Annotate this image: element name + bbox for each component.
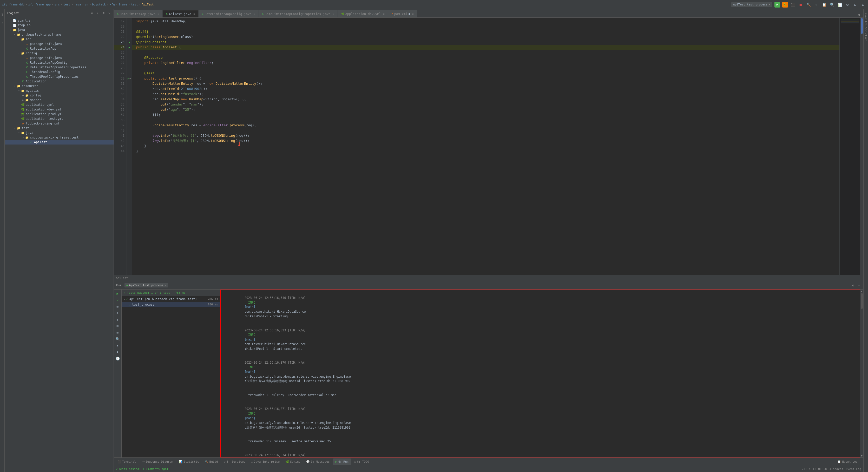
tree-item-package-info[interactable]: ☕ package-info.java <box>5 41 114 46</box>
tree-item-test-java[interactable]: ▾ 📁 java <box>5 130 114 135</box>
tree-item-application-prod-yml[interactable]: 🌿 application-prod.yml <box>5 112 114 117</box>
encoding-status[interactable]: LF UTF-8 <box>813 467 827 471</box>
editor-settings-icon[interactable]: ⊟ <box>857 13 861 18</box>
tree-item-ratelimiteraop[interactable]: C RateLimiterAop <box>5 46 114 51</box>
test-suite-item[interactable]: ▾ ✓ ApiTest (cn.bugstack.xfg.frame.test)… <box>122 296 220 302</box>
right-tab-2[interactable]: Structure <box>864 27 867 41</box>
console-output[interactable]: 2023-06-24 12:56:16,546 [TID: N/A] INFO … <box>220 289 860 458</box>
tree-item-application-yml[interactable]: 🌿 application.yml <box>5 102 114 107</box>
more-button-5[interactable]: ⚙ <box>845 2 850 7</box>
btab-todo[interactable]: ☑ 6: TODO <box>352 459 372 465</box>
chevron-down-icon[interactable]: ▾ <box>769 3 770 6</box>
tree-item-application[interactable]: C Application <box>5 79 114 84</box>
tree-item-mapper[interactable]: ▶ 📁 mapper <box>5 98 114 102</box>
window-button[interactable]: ⊡ <box>860 2 866 7</box>
more-button-1[interactable]: ⚡ <box>813 2 819 7</box>
btab-java-enterprise[interactable]: ☕ Java Enterprise <box>248 459 282 465</box>
tree-gear-icon[interactable]: ⚙ <box>90 11 94 15</box>
tree-item-application-dev-yml[interactable]: 🌿 application-dev.yml <box>5 107 114 112</box>
tree-item-config[interactable]: ▾ 📁 config <box>5 51 114 56</box>
tree-item-startsh[interactable]: 📄 start.sh <box>5 18 114 23</box>
tree-sort-icon[interactable]: ↕ <box>95 11 100 15</box>
check-icon[interactable]: ✓ <box>115 297 121 303</box>
run-tab[interactable]: ▶ ApiTest.test_process ✕ <box>124 283 168 287</box>
tree-item-threadpool-props[interactable]: C ThreadPoolConfigProperties <box>5 74 114 79</box>
tree-item-mybatis-config[interactable]: ▶ 📁 config <box>5 93 114 98</box>
run-tab-close[interactable]: ✕ <box>164 284 166 287</box>
tree-item-resources[interactable]: ▾ 📁 resources <box>5 84 114 88</box>
btab-messages[interactable]: 💬 0: Messages <box>304 459 332 465</box>
more-button-2[interactable]: 📋 <box>821 2 827 7</box>
btab-event-log[interactable]: 📋 Event Log <box>835 459 860 465</box>
line-col-status[interactable]: 24:14 <box>802 467 810 471</box>
tree-item-ratelimiteraopconfig[interactable]: C RateLimiterAopConfig <box>5 60 114 65</box>
tree-item-mybatis[interactable]: ▾ 📁 mybatis <box>5 88 114 93</box>
scroll-track[interactable] <box>860 293 863 454</box>
left-tab-project[interactable]: 1 <box>1 11 4 18</box>
expand-button[interactable]: ⊞ <box>115 323 121 329</box>
scroll-thumb[interactable] <box>861 293 863 309</box>
tab-application-dev[interactable]: 🌿 application-dev.yml ✕ <box>338 10 388 18</box>
console-scrollbar[interactable]: ▲ ▼ <box>860 289 863 458</box>
code-editor[interactable]: import java.util.HashMap; @Slf4j @RunWit… <box>132 18 839 275</box>
tree-close-icon[interactable]: ✕ <box>107 11 112 15</box>
tree-item-logback[interactable]: ⚙ logback-spring.xml <box>5 121 114 126</box>
breadcrumb-project[interactable]: xfg-frame-ddd <box>2 3 24 6</box>
tree-item-application-test-yml[interactable]: 🌿 application-test.yml <box>5 117 114 121</box>
tree-item-aop[interactable]: ▾ 📁 aop <box>5 37 114 41</box>
test-suite-arrow[interactable]: ▾ <box>124 297 125 301</box>
import-button[interactable]: ⬇ <box>115 349 121 355</box>
breadcrumb-module[interactable]: xfg-frame-app <box>28 3 51 6</box>
tab-close-icon[interactable]: ✕ <box>254 12 255 15</box>
sort-button[interactable]: ↕ <box>115 310 121 316</box>
tree-item-test[interactable]: ▾ 📁 test <box>5 126 114 130</box>
btab-services[interactable]: ⚙ 8: Services <box>221 459 248 465</box>
indent-status[interactable]: 4 spaces <box>829 467 843 471</box>
filter-button[interactable]: ⊟ <box>115 304 121 309</box>
export-button[interactable]: ⬆ <box>115 343 121 348</box>
tab-close-icon[interactable]: ✕ <box>193 12 195 15</box>
tab-close-icon[interactable]: ✕ <box>412 12 414 15</box>
tab-pom[interactable]: X pom.xml ✕ <box>388 10 417 18</box>
test-method-item[interactable]: ✓ test_process 786 ms <box>122 302 220 307</box>
tree-settings-icon[interactable]: ≡ <box>101 11 106 15</box>
scroll-down-icon[interactable]: ▼ <box>860 454 863 458</box>
more-button-3[interactable]: 🔍 <box>829 2 835 7</box>
event-log-status[interactable]: Event Log <box>846 467 861 471</box>
run-minimize-icon[interactable]: ─ <box>857 283 861 288</box>
btab-run[interactable]: ▶ 4: Run <box>333 459 351 465</box>
run-settings-icon[interactable]: ⚙ <box>851 283 856 288</box>
tests-passed-status[interactable]: ✓ Tests passed: 1 (moments ago) <box>116 467 168 471</box>
build-button[interactable]: 🔨 <box>806 2 811 7</box>
run-marker-23[interactable]: ▶ <box>129 41 130 44</box>
tab-ratelimiteraopconfig-props[interactable]: C RateLimiterAopConfigProperties.java ✕ <box>259 10 338 18</box>
stop-button[interactable]: ■ <box>798 2 804 7</box>
debug-button[interactable]: 🐛 <box>782 2 788 7</box>
btab-terminal[interactable]: ⬛ Terminal <box>115 459 138 465</box>
tree-item-threadpool[interactable]: C ThreadPoolConfig <box>5 70 114 74</box>
settings-button[interactable]: ⊟ <box>852 2 858 7</box>
tree-item-config-package-info[interactable]: ☕ package-info.java <box>5 56 114 60</box>
tree-item-test-package[interactable]: ▾ 📁 cn.bugstack.xfg.frame.test <box>5 135 114 140</box>
search-test-button[interactable]: 🔍 <box>115 336 121 342</box>
tree-item-ratelimiteraopconfig-props[interactable]: C RateLimiterAopConfigProperties <box>5 65 114 70</box>
right-tab-1[interactable]: Favorites <box>864 11 867 26</box>
run-config[interactable]: ApiTest.test_process ▾ <box>731 2 772 7</box>
btab-build[interactable]: 🔨 Build <box>202 459 221 465</box>
coverage-button[interactable]: ⬛ <box>790 2 796 7</box>
editor-scrollbar[interactable] <box>860 18 863 275</box>
tree-item-cn-package[interactable]: ▾ 📁 cn.bugstack.xfg.frame <box>5 32 114 37</box>
tab-close-icon[interactable]: ✕ <box>333 12 334 15</box>
btab-sequence[interactable]: 〰 Sequence Diagram <box>139 459 176 465</box>
more-button-4[interactable]: 📊 <box>837 2 842 7</box>
tab-apitest[interactable]: C ApiTest.java ✕ <box>163 10 198 18</box>
tree-item-stopsh[interactable]: 📄 stop.sh <box>5 23 114 28</box>
btab-statistic[interactable]: 📊 Statistic <box>176 459 202 465</box>
collapse-button[interactable]: ⊟ <box>115 329 121 335</box>
tab-close-icon[interactable]: ✕ <box>383 12 384 15</box>
btab-spring[interactable]: 🌿 Spring <box>283 459 303 465</box>
tab-close-icon[interactable]: ✕ <box>157 12 159 15</box>
left-tab-2[interactable]: 2 <box>1 20 4 27</box>
scroll-up-icon[interactable]: ▲ <box>860 289 863 293</box>
history-button[interactable]: 🕐 <box>115 355 121 361</box>
